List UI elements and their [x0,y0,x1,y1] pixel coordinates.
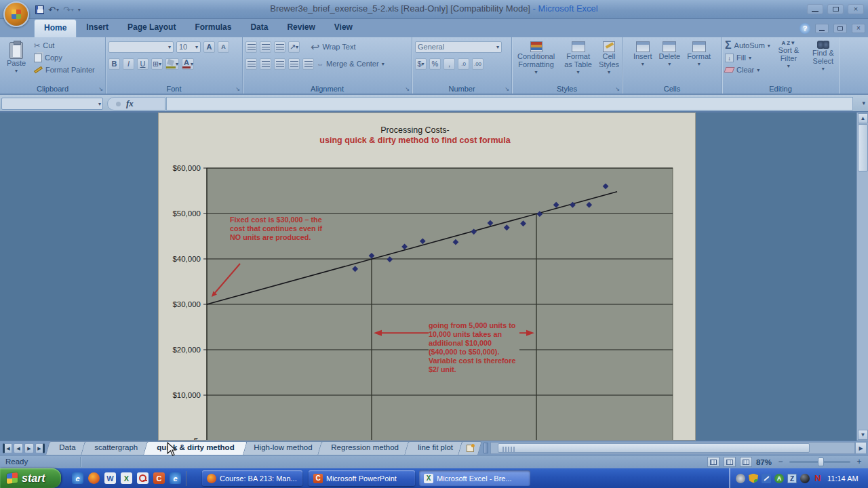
tab-review[interactable]: Review [277,19,324,37]
format-as-table-button[interactable]: Format as Table ▾ [563,41,593,84]
sheet-tab-quick-dirty-method[interactable]: quick & dirty method [143,441,248,455]
accounting-format-button[interactable]: $▾ [415,58,427,70]
word-icon[interactable]: W [104,472,116,484]
increase-indent-button[interactable] [302,58,314,70]
prev-sheet-button[interactable]: ◀ [14,443,23,453]
security-shield-icon[interactable] [749,474,758,483]
align-bottom-button[interactable] [274,41,285,53]
align-top-button[interactable] [245,41,257,53]
decrease-indent-button[interactable] [288,58,300,70]
fill-button[interactable]: ↓Fill▾ [725,52,770,64]
chart-sheet[interactable]: $60,000$50,000$40,000$30,000$20,000$10,0… [158,113,696,441]
increase-decimal-button[interactable]: .0 [458,58,469,70]
workbook-close-button[interactable]: × [852,24,865,33]
sheet-tab-line-fit-plot[interactable]: line fit plot [404,441,467,455]
volume-icon[interactable] [736,474,745,483]
workbook-restore-button[interactable] [833,24,847,33]
firefox-icon[interactable] [88,472,100,484]
expand-formula-bar-icon[interactable]: ▾ [862,100,865,106]
conditional-formatting-button[interactable]: Conditional Formatting ▾ [515,41,557,84]
tab-insert[interactable]: Insert [77,19,118,37]
bold-button[interactable]: B [108,58,120,70]
help-button[interactable]: ? [800,23,810,34]
insert-worksheet-tab[interactable] [458,441,483,455]
tab-home[interactable]: Home [34,19,77,37]
horizontal-scrollbar[interactable] [490,442,855,454]
zoom-in-button[interactable]: + [854,458,864,467]
underline-button[interactable]: U [137,58,149,70]
decrease-decimal-button[interactable]: .00 [472,58,484,70]
minimize-button[interactable] [807,4,823,14]
browser-icon[interactable]: e [170,472,181,484]
font-dialog-launcher[interactable]: ↘ [235,86,240,92]
autosum-button[interactable]: ΣAutoSum▾ [725,39,770,52]
insert-cells-button[interactable]: Insert ▾ [633,41,652,84]
powerpoint-icon[interactable]: C [153,472,165,484]
taskbar-button-course[interactable]: Course: BA 213: Man... [202,470,302,486]
next-sheet-button[interactable]: ▶ [24,443,34,453]
horizontal-scroll-thumb[interactable] [498,443,810,453]
shrink-font-button[interactable]: A [218,41,229,53]
cut-button[interactable]: ✂Cut [34,39,95,52]
merge-center-button[interactable]: ⇔Merge & Center▾ [317,58,384,70]
novell-icon[interactable]: N [813,474,823,483]
fill-color-button[interactable]: ▾ [165,58,179,70]
name-box[interactable]: ▾ [1,98,103,110]
number-dialog-launcher[interactable]: ↘ [505,86,509,92]
alignment-dialog-launcher[interactable]: ↘ [405,86,410,92]
tab-scroll-splitter[interactable] [484,443,488,453]
font-name-combo[interactable]: ▾ [108,41,174,53]
delete-cells-button[interactable]: Delete ▾ [658,41,680,84]
excel-icon[interactable]: X [121,472,132,484]
comma-style-button[interactable]: , [443,58,455,70]
borders-button[interactable]: ⊞▾ [151,58,163,70]
close-button[interactable]: × [848,4,864,14]
tab-formulas[interactable]: Formulas [185,19,241,37]
number-format-combo[interactable]: General▾ [415,41,502,53]
page-layout-view-button[interactable] [724,457,736,467]
scroll-right-icon[interactable]: ▶ [855,442,867,454]
font-size-combo[interactable]: 10▾ [176,41,201,53]
orb-icon[interactable] [800,474,810,483]
start-button[interactable]: start [0,468,61,488]
align-center-button[interactable] [260,58,271,70]
align-right-button[interactable] [274,58,285,70]
normal-view-button[interactable] [707,457,719,467]
formula-input[interactable] [166,97,853,110]
zoom-out-button[interactable]: − [776,458,785,467]
align-middle-button[interactable] [260,41,271,53]
clear-button[interactable]: Clear▾ [725,64,770,76]
sheet-tab-high-low-method[interactable]: High-low method [240,441,326,455]
zoom-slider[interactable] [789,461,850,463]
italic-button[interactable]: I [123,58,134,70]
zone-z-icon[interactable]: Z [787,474,797,483]
sort-filter-button[interactable]: A Z▼ Sort & Filter ▾ [774,41,803,76]
vertical-scroll-thumb[interactable] [858,124,868,171]
clipboard-dialog-launcher[interactable]: ↘ [98,86,103,92]
internet-explorer-icon[interactable]: e [72,472,83,484]
orientation-button[interactable]: ↗▾ [288,41,300,53]
format-painter-button[interactable]: Format Painter [34,64,95,76]
insert-function-button[interactable]: fx [107,97,165,110]
zoom-slider-thumb[interactable] [818,458,824,466]
wrench-icon[interactable] [762,474,771,483]
scroll-down-icon[interactable]: ▼ [858,430,868,440]
tab-data[interactable]: Data [241,19,277,37]
tab-view[interactable]: View [325,19,362,37]
vertical-scrollbar[interactable]: ▲ ▼ [856,113,868,441]
copy-button[interactable]: Copy [34,52,95,64]
paste-button[interactable]: Paste ▾ [3,39,30,76]
taskbar-button-excel[interactable]: X Microsoft Excel - Bre... [419,470,530,486]
workbook-minimize-button[interactable] [815,24,829,33]
grow-font-button[interactable]: A [203,41,215,53]
zoom-level[interactable]: 87% [756,458,772,466]
antivirus-icon[interactable]: A [774,474,784,483]
cell-styles-button[interactable]: Cell Styles ▾ [599,41,619,84]
format-cells-button[interactable]: Format ▾ [687,41,711,84]
page-break-view-button[interactable] [740,457,752,467]
sheet-tab-regression-method[interactable]: Regression method [317,441,412,455]
find-select-button[interactable]: Find & Select ▾ [808,41,838,76]
last-sheet-button[interactable]: ▶ [35,443,45,453]
office-button[interactable] [3,1,29,27]
taskbar-button-powerpoint[interactable]: C Microsoft PowerPoint [309,470,415,486]
